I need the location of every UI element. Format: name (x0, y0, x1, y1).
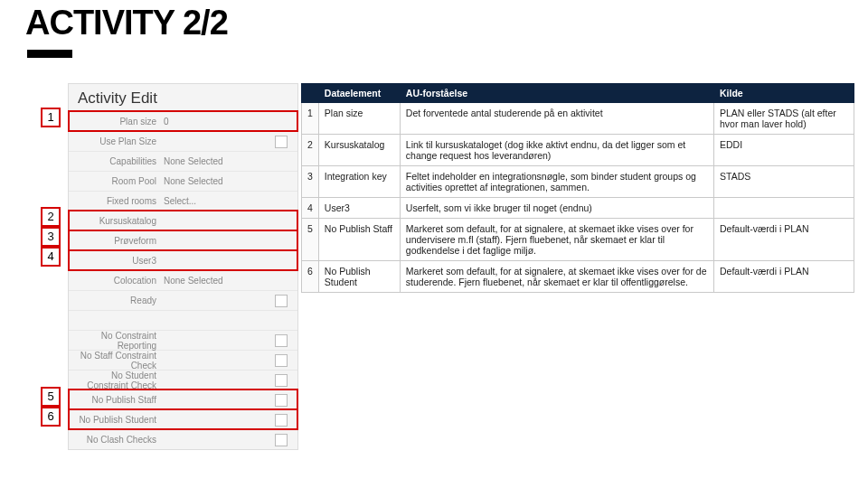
panel-row-value: None Selected (164, 176, 293, 186)
checkbox[interactable] (275, 136, 288, 148)
col-source: Kilde (714, 84, 854, 103)
row-desc: Markeret som default, for at signalere, … (400, 261, 713, 293)
panel-row: Ready (69, 290, 297, 310)
panel-row-value: None Selected (164, 276, 293, 286)
panel-row-label: No Publish Student (78, 415, 164, 425)
panel-row: Kursuskatalog (69, 211, 297, 230)
row-source: PLAN eller STADS (alt efter hvor man lav… (714, 103, 854, 135)
row-source: STADS (714, 166, 854, 198)
col-blank (302, 84, 319, 103)
panel-row: No Clash Checks (69, 429, 297, 449)
panel-row-label: No Constraint Reporting (78, 331, 164, 351)
panel-row: ColocationNone Selected (69, 270, 297, 290)
panel-row: Prøveform (69, 230, 297, 250)
row-element: No Publish Student (318, 261, 400, 293)
row-source: EDDI (714, 135, 854, 166)
row-number: 2 (302, 135, 319, 166)
row-element: User3 (318, 198, 400, 219)
checkbox[interactable] (275, 295, 288, 307)
row-source: Default-værdi i PLAN (714, 261, 854, 293)
panel-row: Plan size0 (69, 111, 297, 131)
table-row: 5No Publish StaffMarkeret som default, f… (302, 219, 854, 261)
panel-row-label: Colocation (78, 276, 164, 286)
panel-row-label: No Publish Staff (78, 395, 164, 405)
panel-row-value: Select... (164, 196, 293, 206)
panel-row-label: Ready (78, 296, 164, 305)
row-desc: Feltet indeholder en integrationsnøgle, … (400, 166, 713, 198)
row-number: 1 (302, 103, 319, 135)
panel-row-value: None Selected (164, 156, 293, 166)
callout-2: 2 (41, 207, 61, 227)
panel-row: No Student Constraint Check (69, 370, 297, 389)
panel-row: CapabilitiesNone Selected (69, 151, 297, 171)
panel-row: No Publish Student (69, 409, 297, 429)
checkbox[interactable] (275, 434, 288, 446)
activity-edit-panel: Activity Edit Plan size0Use Plan SizeCap… (68, 83, 298, 450)
callout-5: 5 (41, 387, 61, 407)
col-desc: AU-forståelse (400, 84, 713, 103)
callout-6: 6 (41, 407, 61, 427)
row-desc: Userfelt, som vi ikke bruger til noget (… (400, 198, 713, 219)
col-element: Dataelement (318, 84, 400, 103)
panel-heading: Activity Edit (69, 84, 297, 111)
checkbox[interactable] (275, 374, 288, 387)
row-desc: Link til kursuskataloget (dog ikke aktiv… (400, 135, 713, 166)
panel-row-label: No Clash Checks (78, 435, 164, 445)
panel-row: No Staff Constraint Check (69, 350, 297, 370)
panel-row-label: User3 (78, 256, 164, 266)
panel-row: Use Plan Size (69, 131, 297, 151)
row-element: Kursuskatalog (318, 135, 400, 166)
slide-title: ACTIVITY 2/2 (25, 4, 228, 42)
checkbox[interactable] (275, 334, 288, 347)
row-desc: Markeret som default, for at signalere, … (400, 219, 713, 261)
panel-row-label: Prøveform (78, 236, 164, 246)
panel-row-label: Kursuskatalog (78, 216, 164, 226)
row-number: 6 (302, 261, 319, 293)
checkbox[interactable] (275, 394, 288, 407)
panel-row: Fixed roomsSelect... (69, 191, 297, 211)
panel-row-label: Use Plan Size (78, 136, 164, 146)
panel-row: User3 (69, 250, 297, 270)
panel-row: No Publish Staff (69, 389, 297, 409)
panel-row-label: Plan size (78, 117, 164, 127)
panel-row-label: Fixed rooms (78, 196, 164, 206)
row-source: Default-værdi i PLAN (714, 219, 854, 261)
row-element: Integration key (318, 166, 400, 198)
callout-1: 1 (41, 108, 61, 127)
row-number: 4 (302, 198, 319, 219)
panel-row-label: No Student Constraint Check (78, 371, 164, 390)
explanation-table: Dataelement AU-forståelse Kilde 1Plan si… (301, 83, 854, 293)
table-row: 4User3Userfelt, som vi ikke bruger til n… (302, 198, 854, 219)
title-underline (27, 50, 72, 58)
callout-4: 4 (41, 247, 61, 267)
table-row: 1Plan sizeDet forventede antal studerend… (302, 103, 854, 135)
row-number: 5 (302, 219, 319, 261)
panel-row-value: 0 (164, 117, 293, 127)
table-row: 6No Publish StudentMarkeret som default,… (302, 261, 854, 293)
table-row: 3Integration keyFeltet indeholder en int… (302, 166, 854, 198)
panel-row-label: Capabilities (78, 156, 164, 166)
checkbox[interactable] (275, 414, 288, 427)
row-desc: Det forventede antal studerende på en ak… (400, 103, 713, 135)
callout-3: 3 (41, 227, 61, 247)
panel-row: No Constraint Reporting (69, 330, 297, 350)
row-element: No Publish Staff (318, 219, 400, 261)
panel-row: Room PoolNone Selected (69, 171, 297, 191)
panel-row (69, 310, 297, 330)
table-row: 2KursuskatalogLink til kursuskataloget (… (302, 135, 854, 166)
row-source (714, 198, 854, 219)
checkbox[interactable] (275, 354, 288, 367)
row-element: Plan size (318, 103, 400, 135)
panel-row-label: No Staff Constraint Check (78, 351, 164, 371)
row-number: 3 (302, 166, 319, 198)
panel-row-label: Room Pool (78, 176, 164, 186)
